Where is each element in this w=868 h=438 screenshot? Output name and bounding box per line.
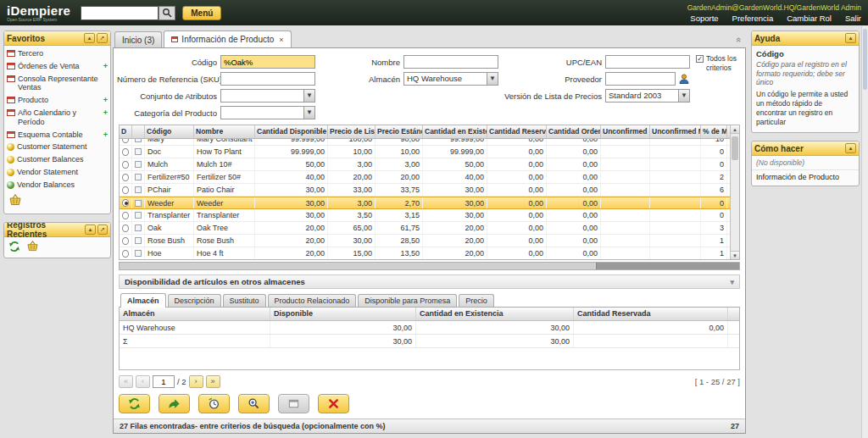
- row-checkbox[interactable]: [135, 237, 142, 244]
- column-header-item[interactable]: [132, 125, 145, 138]
- column-header-c-digo[interactable]: Código: [145, 125, 194, 138]
- business-partner-icon[interactable]: [678, 73, 690, 85]
- row-checkbox[interactable]: [135, 186, 142, 193]
- menu-button[interactable]: Menú: [182, 6, 221, 20]
- table-row[interactable]: Rose BushRose Bush20,0030,0028,5020,000,…: [120, 235, 730, 247]
- page-input[interactable]: [153, 375, 175, 388]
- row-checkbox[interactable]: [135, 250, 142, 257]
- scrollbar-thumb[interactable]: [863, 29, 867, 90]
- atributos-select[interactable]: ▼: [220, 89, 315, 103]
- basket-icon[interactable]: [26, 241, 39, 252]
- howto-link[interactable]: Información de Producto: [752, 170, 859, 186]
- column-header-unconfirmed-move[interactable]: Unconfirmed Move: [650, 125, 701, 138]
- favorite-item-vendor-balances[interactable]: Vendor Balances: [4, 179, 110, 191]
- favorite-item-a-o-calendario-y-per-odo[interactable]: Año Calendario y Período+: [4, 107, 110, 129]
- row-checkbox[interactable]: [135, 161, 142, 168]
- favorite-item-vendor-statement[interactable]: Vendor Statement: [4, 166, 110, 179]
- tab-almac-n[interactable]: Almacén: [120, 293, 166, 308]
- refresh-icon[interactable]: [8, 241, 20, 252]
- tab-informaci-n-de-producto[interactable]: Información de Producto×: [164, 30, 291, 47]
- row-checkbox[interactable]: [135, 212, 142, 219]
- table-row[interactable]: WeederWeeder30,003,002,7030,000,000,000: [120, 197, 730, 209]
- table-row[interactable]: MulchMulch 10#50,003,003,0050,000,000,00…: [120, 158, 730, 171]
- first-page-button[interactable]: «: [119, 375, 133, 388]
- row-radio[interactable]: [122, 186, 129, 194]
- reset-button[interactable]: [198, 394, 230, 413]
- column-header-precio-de-lista[interactable]: Precio de Lista: [328, 125, 376, 138]
- tab-disponible-para-promesa[interactable]: Disponible para Promesa: [358, 294, 457, 307]
- chevron-down-icon[interactable]: ▼: [303, 90, 314, 102]
- row-checkbox[interactable]: [135, 139, 142, 142]
- favorite-item-consola-representante-ventas[interactable]: Consola Representante Ventas: [4, 73, 110, 95]
- chevron-down-icon[interactable]: ▾: [730, 278, 734, 286]
- collapse-panel-icon[interactable]: ▴: [85, 225, 95, 235]
- availability-section-header[interactable]: Disponibilidad de artículos en otros alm…: [119, 274, 740, 289]
- top-link-soporte[interactable]: Soporte: [690, 14, 718, 23]
- row-radio[interactable]: [122, 212, 129, 219]
- scroll-up-icon[interactable]: ▲: [731, 125, 739, 134]
- last-page-button[interactable]: »: [206, 375, 220, 388]
- vertical-scrollbar[interactable]: ▲ ▼: [730, 125, 739, 259]
- row-radio[interactable]: [122, 174, 129, 181]
- row-checkbox[interactable]: [135, 200, 142, 207]
- row-radio[interactable]: [122, 225, 129, 232]
- collapse-all-icon[interactable]: «: [734, 37, 744, 41]
- confirm-button[interactable]: [159, 394, 190, 413]
- scrollbar-thumb[interactable]: [120, 263, 597, 269]
- column-header-nombre[interactable]: Nombre: [194, 125, 255, 138]
- warehouse-row[interactable]: Σ30,0030,00: [120, 335, 739, 348]
- row-radio[interactable]: [122, 139, 129, 143]
- row-radio[interactable]: [122, 161, 129, 169]
- tab-producto-relacionado[interactable]: Producto Relacionado: [268, 294, 357, 307]
- refresh-button[interactable]: [119, 394, 150, 413]
- table-row[interactable]: TransplanterTransplanter30,003,503,1530,…: [120, 209, 730, 222]
- chevron-down-icon[interactable]: ▼: [487, 73, 498, 85]
- column-header-cantidad-reservada[interactable]: Cantidad Reservada: [487, 125, 547, 138]
- almacen-select[interactable]: HQ Warehouse ▼: [403, 72, 498, 86]
- column-header-unconfirmed-qty[interactable]: Unconfirmed Qty: [601, 125, 650, 138]
- row-radio[interactable]: [122, 237, 129, 245]
- column-header-d[interactable]: D: [120, 125, 132, 138]
- scrollbar-thumb[interactable]: [732, 136, 738, 160]
- row-radio[interactable]: [122, 199, 129, 207]
- tab-inicio-3[interactable]: Inicio (3): [114, 31, 162, 47]
- column-header-precio-est-ndar[interactable]: Precio Estándar: [376, 125, 423, 138]
- table-row[interactable]: MaryMary Consultant99.999,00100,0090,009…: [120, 139, 730, 146]
- search-input[interactable]: [81, 6, 159, 20]
- collapse-panel-icon[interactable]: ▴: [845, 33, 856, 43]
- tab-sustituto[interactable]: Sustituto: [223, 294, 266, 307]
- precios-select[interactable]: Standard 2003 ▼: [605, 89, 690, 103]
- favorite-item-tercero[interactable]: Tercero: [4, 47, 110, 60]
- row-radio[interactable]: [122, 250, 129, 258]
- page-scrollbar[interactable]: [861, 26, 868, 438]
- codigo-input[interactable]: [220, 55, 315, 69]
- tab-precio[interactable]: Precio: [459, 294, 494, 307]
- warehouse-row[interactable]: HQ Warehouse30,0030,000,00: [120, 321, 739, 335]
- favorite-item-rdenes-de-venta[interactable]: Órdenes de Venta+: [4, 60, 110, 73]
- column-header-cantidad-en-existencia[interactable]: Cantidad en Existencia: [423, 125, 487, 138]
- row-radio[interactable]: [122, 148, 129, 156]
- detach-panel-icon[interactable]: ↗: [97, 33, 108, 43]
- favorites-trash[interactable]: [4, 191, 110, 213]
- top-link-cambiar-rol[interactable]: Cambiar Rol: [787, 14, 832, 23]
- scroll-down-icon[interactable]: ▼: [731, 251, 739, 259]
- sku-input[interactable]: [220, 72, 315, 86]
- collapse-panel-icon[interactable]: ▴: [845, 143, 856, 153]
- detach-panel-icon[interactable]: ↗: [97, 225, 108, 235]
- table-row[interactable]: HoeHoe 4 ft20,0015,0013,5020,000,000,001: [120, 247, 730, 260]
- favorite-item-producto[interactable]: Producto+: [4, 94, 110, 107]
- column-header-cantidad-ordenada[interactable]: Cantidad Ordenada: [547, 125, 601, 138]
- cancel-button[interactable]: [318, 394, 349, 413]
- search-button[interactable]: [159, 6, 175, 20]
- table-row[interactable]: DocHow To Plant99.999,0010,0010,0099.999…: [120, 146, 730, 158]
- top-link-preferencia[interactable]: Preferencia: [732, 14, 774, 23]
- favorite-item-customer-balances[interactable]: Customer Balances: [4, 153, 110, 166]
- all-criteria-checkbox[interactable]: ✓: [696, 55, 704, 63]
- categoria-select[interactable]: ▼: [220, 106, 315, 119]
- column-header-cantidad-disponible[interactable]: Cantidad Disponible: [255, 125, 328, 138]
- chevron-down-icon[interactable]: ▼: [303, 107, 314, 119]
- table-row[interactable]: OakOak Tree20,0065,0061,7520,000,000,003: [120, 222, 730, 235]
- row-checkbox[interactable]: [135, 148, 142, 155]
- top-link-salir[interactable]: Salir: [845, 14, 861, 23]
- nombre-input[interactable]: [403, 55, 498, 69]
